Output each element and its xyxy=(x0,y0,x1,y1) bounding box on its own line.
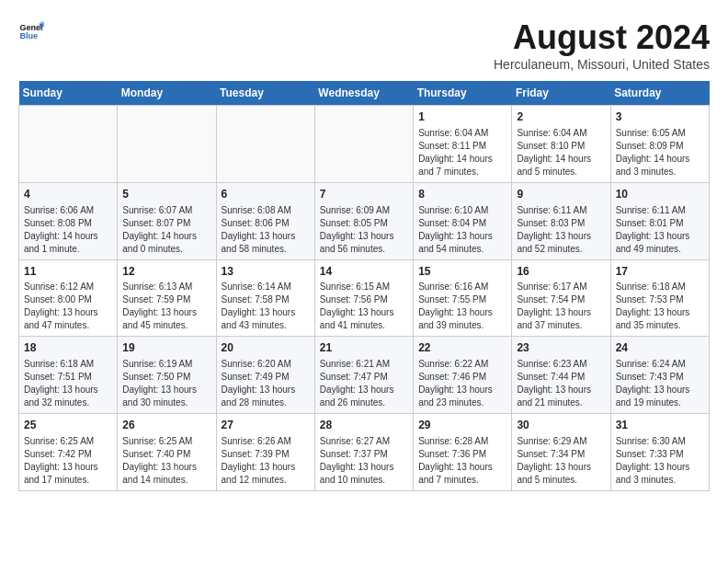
calendar-cell: 13Sunrise: 6:14 AM Sunset: 7:58 PM Dayli… xyxy=(216,259,314,337)
calendar-cell: 30Sunrise: 6:29 AM Sunset: 7:34 PM Dayli… xyxy=(512,414,610,491)
calendar-cell: 11Sunrise: 6:12 AM Sunset: 8:00 PM Dayli… xyxy=(19,259,118,337)
calendar-cell: 31Sunrise: 6:30 AM Sunset: 7:33 PM Dayli… xyxy=(610,414,709,491)
page-header: General Blue August 2024 Herculaneum, Mi… xyxy=(18,18,710,72)
day-info: Sunrise: 6:18 AM Sunset: 7:53 PM Dayligh… xyxy=(616,281,704,332)
day-info: Sunrise: 6:11 AM Sunset: 8:01 PM Dayligh… xyxy=(616,204,704,256)
calendar-table: SundayMondayTuesdayWednesdayThursdayFrid… xyxy=(18,81,710,491)
calendar-week-row: 4Sunrise: 6:06 AM Sunset: 8:08 PM Daylig… xyxy=(19,182,710,259)
calendar-cell: 17Sunrise: 6:18 AM Sunset: 7:53 PM Dayli… xyxy=(610,259,709,337)
day-info: Sunrise: 6:19 AM Sunset: 7:50 PM Dayligh… xyxy=(122,358,210,409)
day-number: 12 xyxy=(122,264,210,280)
day-info: Sunrise: 6:10 AM Sunset: 8:04 PM Dayligh… xyxy=(418,204,506,256)
day-info: Sunrise: 6:04 AM Sunset: 8:11 PM Dayligh… xyxy=(418,127,506,178)
calendar-cell xyxy=(216,106,314,183)
weekday-header-thursday: Thursday xyxy=(414,81,512,106)
day-number: 31 xyxy=(616,418,704,433)
calendar-cell: 12Sunrise: 6:13 AM Sunset: 7:59 PM Dayli… xyxy=(118,259,216,337)
day-number: 29 xyxy=(418,418,506,433)
day-number: 5 xyxy=(122,187,210,202)
day-number: 8 xyxy=(418,187,506,202)
day-number: 18 xyxy=(24,340,112,356)
calendar-cell: 21Sunrise: 6:21 AM Sunset: 7:47 PM Dayli… xyxy=(314,337,413,414)
calendar-cell xyxy=(118,106,216,183)
day-info: Sunrise: 6:23 AM Sunset: 7:44 PM Dayligh… xyxy=(517,358,605,409)
day-info: Sunrise: 6:25 AM Sunset: 7:42 PM Dayligh… xyxy=(24,435,112,487)
calendar-cell: 23Sunrise: 6:23 AM Sunset: 7:44 PM Dayli… xyxy=(512,337,610,414)
calendar-week-row: 18Sunrise: 6:18 AM Sunset: 7:51 PM Dayli… xyxy=(19,337,710,414)
calendar-cell: 8Sunrise: 6:10 AM Sunset: 8:04 PM Daylig… xyxy=(414,182,512,259)
day-number: 16 xyxy=(517,264,605,280)
calendar-cell: 7Sunrise: 6:09 AM Sunset: 8:05 PM Daylig… xyxy=(314,182,413,259)
day-number: 27 xyxy=(222,418,310,433)
day-info: Sunrise: 6:05 AM Sunset: 8:09 PM Dayligh… xyxy=(616,127,704,178)
svg-text:Blue: Blue xyxy=(19,31,38,40)
subtitle: Herculaneum, Missouri, United States xyxy=(494,57,710,72)
day-info: Sunrise: 6:20 AM Sunset: 7:49 PM Dayligh… xyxy=(222,358,310,409)
day-info: Sunrise: 6:27 AM Sunset: 7:37 PM Dayligh… xyxy=(320,435,408,487)
day-info: Sunrise: 6:07 AM Sunset: 8:07 PM Dayligh… xyxy=(122,204,210,256)
day-number: 28 xyxy=(320,418,408,433)
day-number: 20 xyxy=(222,340,310,356)
calendar-cell: 1Sunrise: 6:04 AM Sunset: 8:11 PM Daylig… xyxy=(414,106,512,183)
day-number: 24 xyxy=(616,340,704,356)
calendar-cell: 20Sunrise: 6:20 AM Sunset: 7:49 PM Dayli… xyxy=(216,337,314,414)
calendar-cell: 18Sunrise: 6:18 AM Sunset: 7:51 PM Dayli… xyxy=(19,337,118,414)
calendar-cell: 25Sunrise: 6:25 AM Sunset: 7:42 PM Dayli… xyxy=(19,414,118,491)
day-number: 15 xyxy=(418,264,506,280)
day-number: 7 xyxy=(320,187,408,202)
day-number: 30 xyxy=(517,418,605,433)
title-block: August 2024 Herculaneum, Missouri, Unite… xyxy=(494,18,710,72)
day-number: 14 xyxy=(320,264,408,280)
day-info: Sunrise: 6:06 AM Sunset: 8:08 PM Dayligh… xyxy=(24,204,112,256)
weekday-header-row: SundayMondayTuesdayWednesdayThursdayFrid… xyxy=(19,81,710,106)
day-number: 21 xyxy=(320,340,408,356)
calendar-cell: 9Sunrise: 6:11 AM Sunset: 8:03 PM Daylig… xyxy=(512,182,610,259)
logo: General Blue xyxy=(18,18,44,44)
calendar-cell: 26Sunrise: 6:25 AM Sunset: 7:40 PM Dayli… xyxy=(118,414,216,491)
day-number: 26 xyxy=(122,418,210,433)
calendar-cell: 4Sunrise: 6:06 AM Sunset: 8:08 PM Daylig… xyxy=(19,182,118,259)
calendar-cell: 6Sunrise: 6:08 AM Sunset: 8:06 PM Daylig… xyxy=(216,182,314,259)
calendar-cell xyxy=(314,106,413,183)
calendar-cell: 16Sunrise: 6:17 AM Sunset: 7:54 PM Dayli… xyxy=(512,259,610,337)
day-number: 22 xyxy=(418,340,506,356)
calendar-cell: 3Sunrise: 6:05 AM Sunset: 8:09 PM Daylig… xyxy=(610,106,709,183)
day-info: Sunrise: 6:12 AM Sunset: 8:00 PM Dayligh… xyxy=(24,281,112,332)
day-info: Sunrise: 6:21 AM Sunset: 7:47 PM Dayligh… xyxy=(320,358,408,409)
day-info: Sunrise: 6:14 AM Sunset: 7:58 PM Dayligh… xyxy=(222,281,310,332)
day-info: Sunrise: 6:25 AM Sunset: 7:40 PM Dayligh… xyxy=(122,435,210,487)
day-number: 13 xyxy=(222,264,310,280)
logo-icon: General Blue xyxy=(18,18,44,44)
day-number: 9 xyxy=(517,187,605,202)
day-number: 10 xyxy=(616,187,704,202)
calendar-cell: 24Sunrise: 6:24 AM Sunset: 7:43 PM Dayli… xyxy=(610,337,709,414)
day-info: Sunrise: 6:29 AM Sunset: 7:34 PM Dayligh… xyxy=(517,435,605,487)
day-info: Sunrise: 6:13 AM Sunset: 7:59 PM Dayligh… xyxy=(122,281,210,332)
day-info: Sunrise: 6:09 AM Sunset: 8:05 PM Dayligh… xyxy=(320,204,408,256)
day-info: Sunrise: 6:17 AM Sunset: 7:54 PM Dayligh… xyxy=(517,281,605,332)
day-number: 6 xyxy=(222,187,310,202)
calendar-cell: 5Sunrise: 6:07 AM Sunset: 8:07 PM Daylig… xyxy=(118,182,216,259)
day-info: Sunrise: 6:26 AM Sunset: 7:39 PM Dayligh… xyxy=(222,435,310,487)
calendar-cell: 28Sunrise: 6:27 AM Sunset: 7:37 PM Dayli… xyxy=(314,414,413,491)
day-info: Sunrise: 6:16 AM Sunset: 7:55 PM Dayligh… xyxy=(418,281,506,332)
day-info: Sunrise: 6:30 AM Sunset: 7:33 PM Dayligh… xyxy=(616,435,704,487)
day-info: Sunrise: 6:28 AM Sunset: 7:36 PM Dayligh… xyxy=(418,435,506,487)
calendar-cell xyxy=(19,106,118,183)
calendar-cell: 19Sunrise: 6:19 AM Sunset: 7:50 PM Dayli… xyxy=(118,337,216,414)
calendar-week-row: 25Sunrise: 6:25 AM Sunset: 7:42 PM Dayli… xyxy=(19,414,710,491)
day-info: Sunrise: 6:22 AM Sunset: 7:46 PM Dayligh… xyxy=(418,358,506,409)
calendar-cell: 22Sunrise: 6:22 AM Sunset: 7:46 PM Dayli… xyxy=(414,337,512,414)
day-number: 19 xyxy=(122,340,210,356)
day-number: 11 xyxy=(24,264,112,280)
day-number: 4 xyxy=(24,187,112,202)
day-info: Sunrise: 6:18 AM Sunset: 7:51 PM Dayligh… xyxy=(24,358,112,409)
calendar-cell: 14Sunrise: 6:15 AM Sunset: 7:56 PM Dayli… xyxy=(314,259,413,337)
day-info: Sunrise: 6:08 AM Sunset: 8:06 PM Dayligh… xyxy=(222,204,310,256)
day-number: 25 xyxy=(24,418,112,433)
day-number: 23 xyxy=(517,340,605,356)
day-number: 2 xyxy=(517,109,605,125)
calendar-cell: 27Sunrise: 6:26 AM Sunset: 7:39 PM Dayli… xyxy=(216,414,314,491)
weekday-header-tuesday: Tuesday xyxy=(216,81,314,106)
day-info: Sunrise: 6:24 AM Sunset: 7:43 PM Dayligh… xyxy=(616,358,704,409)
